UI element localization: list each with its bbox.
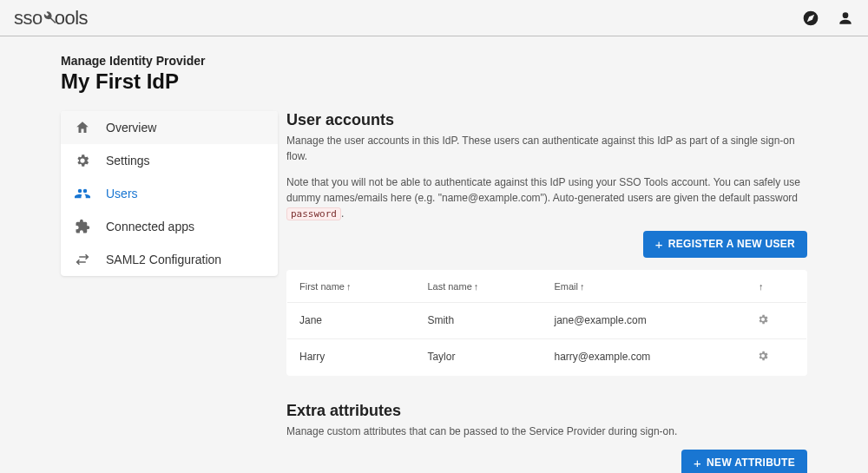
sidebar-item-connected-apps[interactable]: Connected apps (61, 210, 278, 243)
cell-last-name: Taylor (415, 338, 542, 375)
users-desc: Manage the user accounts in this IdP. Th… (286, 133, 807, 164)
sidebar: Overview Settings Users Connected apps (61, 111, 278, 276)
sidebar-item-saml2[interactable]: SAML2 Configuration (61, 243, 278, 276)
svg-point-0 (810, 16, 812, 18)
attrs-title: Extra attributes (286, 402, 807, 420)
home-icon (75, 120, 90, 135)
new-attribute-button[interactable]: + NEW ATTRIBUTE (681, 450, 807, 474)
page-header: Manage Identity Provider My First IdP (61, 54, 807, 111)
users-note: Note that you will not be able to authen… (286, 174, 807, 222)
cell-email: jane@example.com (542, 302, 745, 338)
gear-icon (75, 153, 90, 168)
logo-text-2: ools (55, 7, 88, 30)
wrench-icon (41, 10, 56, 25)
register-user-label: REGISTER A NEW USER (668, 238, 795, 250)
col-actions: ↑ (745, 270, 806, 302)
sidebar-item-label: Overview (106, 121, 156, 135)
page-title: My First IdP (61, 69, 807, 94)
sort-up-icon: ↑ (759, 281, 764, 292)
logo[interactable]: sso ools (14, 7, 88, 30)
sidebar-item-label: SAML2 Configuration (106, 253, 221, 266)
new-attribute-label: NEW ATTRIBUTE (707, 457, 795, 469)
sort-up-icon: ↑ (346, 281, 352, 292)
plus-icon: + (655, 238, 663, 251)
table-row: Harry Taylor harry@example.com (287, 338, 807, 375)
users-section: User accounts Manage the user accounts i… (286, 111, 807, 376)
users-icon (75, 186, 90, 201)
sidebar-item-label: Users (106, 187, 138, 200)
cell-first-name: Jane (287, 302, 416, 338)
sidebar-item-users[interactable]: Users (61, 177, 278, 210)
cell-first-name: Harry (287, 338, 416, 375)
register-user-button[interactable]: + REGISTER A NEW USER (643, 231, 807, 258)
explore-icon[interactable] (802, 10, 819, 27)
row-settings-button[interactable] (745, 338, 806, 375)
sort-up-icon: ↑ (580, 281, 585, 292)
col-first-name[interactable]: First name↑ (287, 270, 416, 302)
row-settings-button[interactable] (745, 302, 806, 338)
main-content: User accounts Manage the user accounts i… (286, 111, 807, 473)
col-email[interactable]: Email↑ (542, 270, 745, 302)
sidebar-item-label: Settings (106, 154, 150, 168)
sidebar-item-overview[interactable]: Overview (61, 111, 278, 144)
plus-icon: + (694, 457, 701, 470)
sidebar-item-label: Connected apps (106, 220, 194, 233)
logo-text-1: sso (14, 7, 43, 30)
topbar: sso ools (0, 0, 868, 36)
sort-up-icon: ↑ (474, 281, 479, 292)
users-title: User accounts (286, 111, 807, 129)
cell-email: harry@example.com (542, 338, 745, 375)
page-subtitle: Manage Identity Provider (61, 54, 807, 68)
password-code: password (286, 207, 341, 220)
sidebar-item-settings[interactable]: Settings (61, 144, 278, 177)
col-last-name[interactable]: Last name↑ (415, 270, 542, 302)
attributes-section: Extra attributes Manage custom attribute… (286, 402, 807, 474)
cell-last-name: Smith (415, 302, 542, 338)
account-icon[interactable] (837, 10, 854, 27)
extension-icon (75, 219, 90, 234)
table-row: Jane Smith jane@example.com (287, 302, 807, 338)
swap-icon (75, 252, 90, 267)
attrs-desc: Manage custom attributes that can be pas… (286, 424, 807, 439)
users-table: First name↑ Last name↑ Email↑ ↑ Jane Smi… (286, 270, 807, 376)
